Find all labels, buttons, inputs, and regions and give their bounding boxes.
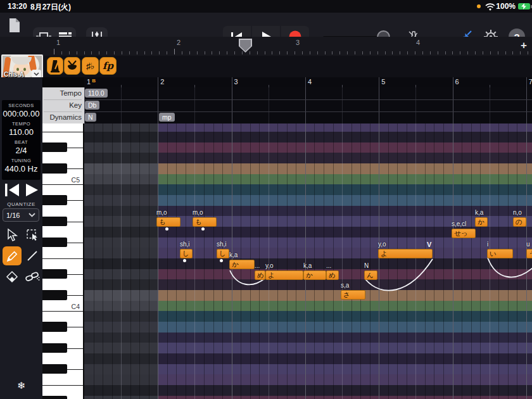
beat-button[interactable]	[64, 57, 80, 75]
param-value-chip[interactable]: Db	[85, 101, 99, 110]
ruler-tick	[99, 51, 99, 54]
piano-key-black[interactable]	[42, 195, 67, 205]
note[interactable]: か	[229, 260, 255, 269]
note-phoneme-label: k,a	[475, 209, 483, 216]
ruler-tick	[512, 51, 513, 54]
piano-key-black[interactable]	[42, 322, 67, 331]
song-ruler[interactable]: + 1234	[0, 37, 532, 56]
ruler-tick	[498, 51, 498, 54]
file-button[interactable]	[6, 16, 23, 34]
ruler-tick	[197, 51, 198, 54]
beat-line	[269, 87, 269, 124]
line-tool-button[interactable]	[23, 246, 42, 265]
param-value-chip[interactable]: 110.0	[85, 89, 108, 98]
ruler-tick	[137, 51, 137, 54]
row-divider	[84, 99, 532, 100]
ruler-tick	[182, 51, 182, 54]
measure-number: 3	[234, 78, 238, 86]
note-phoneme-label: ...	[326, 262, 331, 269]
note[interactable]: さ	[341, 290, 365, 300]
ruler-tick	[392, 51, 393, 54]
piano-roll-grid[interactable]: もm,oもm,oしsh,iしsh,iかk,aめ...よy,oかk,aめ...さs…	[84, 124, 532, 399]
measure-number: 2	[160, 78, 164, 86]
note[interactable]: い	[487, 249, 513, 258]
note[interactable]: め	[255, 270, 265, 280]
measure-line	[379, 77, 379, 87]
key-divider	[42, 184, 83, 185]
freeze-button[interactable]: ❄	[0, 380, 42, 391]
ruler-tick	[520, 51, 521, 54]
cursor-tool-button[interactable]	[3, 225, 22, 244]
piano-key-black[interactable]	[42, 163, 67, 173]
eraser-tool-button[interactable]	[3, 267, 22, 286]
ruler-tick	[151, 51, 152, 54]
note[interactable]: の	[513, 217, 526, 227]
piano-key-black[interactable]	[42, 238, 67, 247]
note[interactable]: し	[217, 249, 229, 258]
piano-key-black[interactable]	[42, 142, 67, 152]
quantize-select[interactable]: 1/16	[3, 208, 39, 222]
marquee-select-tool-button[interactable]	[23, 225, 42, 244]
note[interactable]: う	[526, 249, 532, 258]
row-divider	[84, 111, 532, 112]
measure-line	[305, 87, 306, 124]
piano-key-black[interactable]	[42, 269, 67, 279]
note[interactable]: よ	[265, 270, 303, 280]
measure-number: 7	[529, 78, 532, 86]
note[interactable]: か	[303, 270, 326, 280]
key-divider	[42, 385, 83, 386]
tempo-value: 110.00	[2, 127, 41, 137]
note-phoneme-label: s,e,cl	[452, 220, 466, 227]
ruler-tick	[528, 51, 528, 54]
note-phoneme-label: m,o	[193, 209, 203, 216]
note[interactable]: か	[475, 217, 488, 227]
note[interactable]: も	[193, 217, 217, 227]
key-divider	[67, 168, 83, 169]
ruler-tick	[174, 49, 175, 54]
ruler-tick	[69, 51, 70, 54]
tie-tool-button[interactable]	[23, 267, 42, 286]
battery-icon	[518, 3, 530, 10]
param-value-chip[interactable]: N	[85, 113, 96, 122]
ruler-tick	[279, 51, 280, 54]
sidebar-play-button[interactable]	[24, 182, 41, 199]
note[interactable]: せっ	[452, 229, 476, 238]
piano-keyboard[interactable]: C5C4	[42, 124, 83, 399]
voice-selector[interactable]: Chis-A	[1, 54, 43, 80]
key-button[interactable]: ♯♭	[82, 57, 99, 75]
key-divider	[42, 132, 83, 132]
note[interactable]: し	[180, 249, 193, 258]
ruler-tick	[370, 51, 370, 54]
measure-line	[158, 77, 158, 87]
note[interactable]: ん	[364, 270, 377, 280]
dynamics-button[interactable]: fp	[99, 57, 117, 75]
note[interactable]: よ	[378, 249, 433, 258]
sidebar-rewind-button[interactable]	[4, 182, 20, 199]
note[interactable]: も	[156, 217, 180, 227]
note[interactable]: め	[326, 270, 339, 280]
ruler-tick	[339, 51, 340, 54]
skip-start-icon	[4, 182, 20, 198]
piano-key-black[interactable]	[42, 290, 67, 300]
beat-marker-flag: B	[91, 78, 96, 84]
measure-line	[453, 87, 453, 124]
piano-key-black[interactable]	[42, 343, 67, 353]
measure-ruler[interactable]: 1 B234567	[84, 77, 532, 87]
ruler-tick	[61, 51, 62, 54]
ruler-tick	[332, 51, 332, 54]
piano-key-black[interactable]	[42, 217, 67, 226]
param-value-chip[interactable]: mp	[159, 113, 175, 122]
note-phoneme-label: k,a	[229, 251, 238, 258]
pencil-tool-button[interactable]	[3, 246, 22, 265]
piano-key-black[interactable]	[42, 364, 67, 374]
add-measure-button[interactable]: +	[521, 39, 527, 52]
ruler-tick	[265, 51, 265, 54]
tempo-button[interactable]	[47, 57, 63, 75]
ruler-tick	[91, 51, 92, 54]
quantize-label: QUANTIZE	[0, 201, 42, 207]
battery-percent: 100%	[496, 2, 516, 11]
wifi-icon	[485, 3, 495, 11]
ruler-tick	[106, 51, 107, 54]
piano-key-black[interactable]	[42, 396, 67, 399]
key-divider	[67, 327, 83, 327]
